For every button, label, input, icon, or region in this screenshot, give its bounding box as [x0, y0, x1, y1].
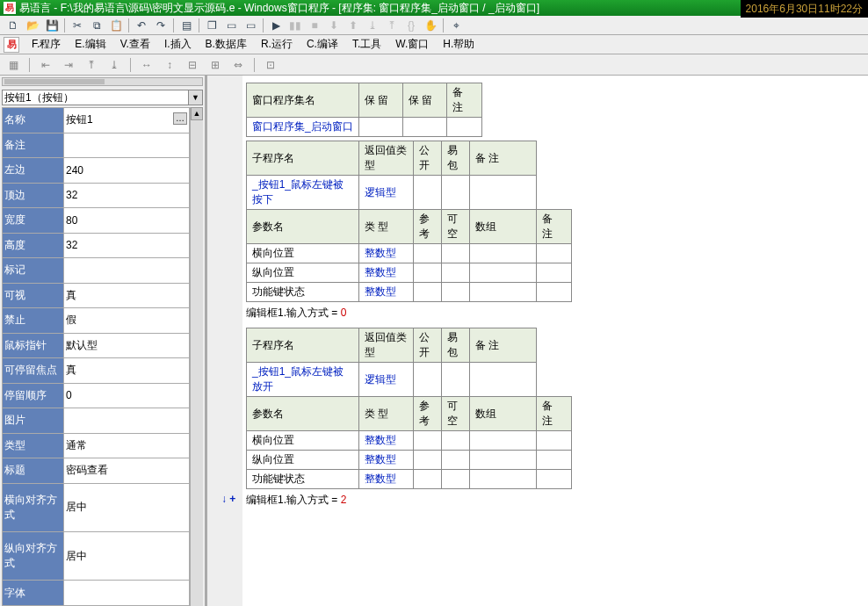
- object-combo[interactable]: [2, 90, 189, 105]
- prop-key[interactable]: 类型: [3, 433, 64, 458]
- prop-val[interactable]: [64, 581, 190, 606]
- paste-icon[interactable]: 📋: [106, 17, 126, 34]
- target-icon[interactable]: ⌖: [446, 17, 466, 34]
- sep: [199, 18, 199, 32]
- align-left-icon[interactable]: ⇤: [36, 56, 55, 74]
- prop-val[interactable]: [64, 408, 190, 434]
- grid-icon[interactable]: ▦: [4, 56, 23, 74]
- prop-val[interactable]: 0: [64, 383, 190, 408]
- hscroll[interactable]: [2, 77, 203, 86]
- prop-key[interactable]: 宽度: [3, 208, 64, 234]
- sub-name[interactable]: _按钮1_鼠标左键被放开: [247, 363, 359, 397]
- menu-view[interactable]: V.查看: [113, 35, 157, 54]
- sub-name[interactable]: _按钮1_鼠标左键被按下: [247, 176, 359, 210]
- cut-icon[interactable]: ✂: [68, 17, 87, 34]
- prop-key[interactable]: 鼠标指针: [3, 333, 64, 358]
- prop-key[interactable]: 可视: [3, 283, 64, 308]
- prop-val[interactable]: 居中: [64, 531, 190, 580]
- property-grid[interactable]: 名称按钮1…备注左边240顶边32宽度80高度32标记可视真禁止假鼠标指针默认型…: [2, 107, 190, 606]
- menu-help[interactable]: H.帮助: [436, 35, 481, 54]
- menu-compile[interactable]: C.编译: [300, 35, 345, 54]
- prop-key[interactable]: 顶边: [3, 183, 64, 208]
- new-icon[interactable]: 🗋: [4, 17, 23, 34]
- prop-val[interactable]: 假: [64, 308, 190, 334]
- prop-val[interactable]: [64, 258, 190, 284]
- prop-val[interactable]: 居中: [64, 483, 190, 531]
- sub-table-1[interactable]: 子程序名返回值类型公开易包备 注 _按钮1_鼠标左键被按下逻辑型 参数名类 型参…: [246, 141, 572, 302]
- win1-icon[interactable]: ❐: [202, 17, 221, 34]
- prop-key[interactable]: 可停留焦点: [3, 358, 64, 384]
- menu-insert[interactable]: I.插入: [157, 35, 199, 54]
- ptype[interactable]: 整数型: [359, 451, 414, 470]
- ptype[interactable]: 整数型: [359, 431, 414, 451]
- prop-key[interactable]: 横向对齐方式: [3, 483, 64, 531]
- align-top-icon[interactable]: ⤒: [82, 56, 101, 74]
- copy-icon[interactable]: ⧉: [87, 17, 106, 34]
- dist-h-icon[interactable]: ↔: [137, 56, 156, 74]
- prop-key[interactable]: 备注: [3, 133, 64, 158]
- prop-val[interactable]: 真: [64, 358, 190, 384]
- prop-val[interactable]: 通常: [64, 433, 190, 458]
- ret-type[interactable]: 逻辑型: [359, 363, 414, 397]
- prop-val[interactable]: 32: [64, 183, 190, 208]
- save-icon[interactable]: 💾: [42, 17, 61, 34]
- menu-edit[interactable]: E.编辑: [68, 35, 112, 54]
- prop-key[interactable]: 左边: [3, 158, 64, 184]
- same-w-icon[interactable]: ⇔: [228, 56, 248, 74]
- snap-icon[interactable]: ⊡: [261, 56, 280, 74]
- ptype[interactable]: 整数型: [359, 244, 414, 263]
- ptype[interactable]: 整数型: [359, 263, 414, 283]
- menu-run[interactable]: R.运行: [254, 35, 300, 54]
- prop-key[interactable]: 禁止: [3, 308, 64, 334]
- run-icon[interactable]: ▶: [266, 17, 286, 34]
- redo-icon[interactable]: ↷: [151, 17, 170, 34]
- fold-marks[interactable]: ↓ +: [221, 493, 235, 505]
- prop-key[interactable]: 纵向对齐方式: [3, 531, 64, 580]
- prop-val[interactable]: 32: [64, 233, 190, 258]
- code-line[interactable]: 编辑框1.输入方式 = 2: [246, 493, 861, 508]
- open-icon[interactable]: 📂: [23, 17, 42, 34]
- menu-program[interactable]: F.程序: [25, 35, 68, 54]
- menu-tools[interactable]: T.工具: [345, 35, 388, 54]
- prop-val[interactable]: 80: [64, 208, 190, 234]
- prop-key[interactable]: 高度: [3, 233, 64, 258]
- prop-key[interactable]: 图片: [3, 408, 64, 434]
- hand-icon[interactable]: ✋: [421, 17, 440, 34]
- gutter: [207, 76, 242, 606]
- center-v-icon[interactable]: ⊞: [206, 56, 225, 74]
- assembly-table[interactable]: 窗口程序集名保 留保 留备 注 窗口程序集_启动窗口: [246, 83, 482, 137]
- ptype[interactable]: 整数型: [359, 470, 414, 489]
- vscroll[interactable]: ▲: [190, 107, 203, 606]
- menu-window[interactable]: W.窗口: [388, 35, 436, 54]
- prop-val[interactable]: 默认型: [64, 333, 190, 358]
- win2-icon[interactable]: ▭: [221, 17, 241, 34]
- prop-val[interactable]: 按钮1…: [64, 108, 190, 133]
- plus-icon[interactable]: +: [229, 493, 235, 505]
- dropdown-icon[interactable]: ▼: [189, 90, 203, 105]
- code-line[interactable]: 编辑框1.输入方式 = 0: [246, 306, 861, 321]
- prop-key[interactable]: 标题: [3, 458, 64, 484]
- prop-val[interactable]: 密码查看: [64, 458, 190, 484]
- page-icon[interactable]: ▤: [177, 17, 196, 34]
- win3-icon[interactable]: ▭: [241, 17, 260, 34]
- prop-key[interactable]: 字体: [3, 581, 64, 606]
- prop-val[interactable]: [64, 133, 190, 158]
- dist-v-icon[interactable]: ↕: [160, 56, 179, 74]
- ellipsis-icon[interactable]: …: [173, 112, 187, 125]
- ret-type[interactable]: 逻辑型: [359, 176, 414, 210]
- prop-val[interactable]: 240: [64, 158, 190, 184]
- prop-val[interactable]: 真: [64, 283, 190, 308]
- center-h-icon[interactable]: ⊟: [183, 56, 202, 74]
- prop-key[interactable]: 标记: [3, 258, 64, 284]
- arrow-down-icon[interactable]: ↓: [221, 493, 227, 505]
- prop-key[interactable]: 停留顺序: [3, 383, 64, 408]
- up-icon[interactable]: ▲: [191, 107, 203, 120]
- align-right-icon[interactable]: ⇥: [59, 56, 78, 74]
- undo-icon[interactable]: ↶: [132, 17, 151, 34]
- prop-key[interactable]: 名称: [3, 108, 64, 133]
- ptype[interactable]: 整数型: [359, 283, 414, 302]
- sub-table-2[interactable]: 子程序名返回值类型公开易包备 注 _按钮1_鼠标左键被放开逻辑型 参数名类 型参…: [246, 328, 572, 489]
- menu-db[interactable]: B.数据库: [199, 35, 254, 54]
- assembly-name[interactable]: 窗口程序集_启动窗口: [247, 118, 359, 137]
- align-bottom-icon[interactable]: ⤓: [105, 56, 124, 74]
